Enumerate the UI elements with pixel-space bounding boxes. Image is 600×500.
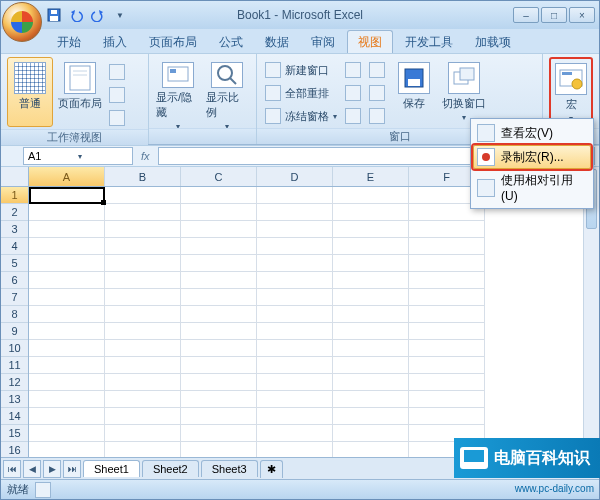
undo-icon[interactable] [67,6,85,24]
switch-windows-button[interactable]: 切换窗口 ▾ [441,57,487,127]
row-header[interactable]: 14 [1,408,28,425]
row-header[interactable]: 5 [1,255,28,272]
row-header[interactable]: 4 [1,238,28,255]
zoom-button[interactable]: 显示比例 ▾ [205,57,251,127]
row-header[interactable]: 9 [1,323,28,340]
tab-data[interactable]: 数据 [255,31,299,53]
unhide-button[interactable] [343,105,363,127]
sheet-tab[interactable]: Sheet1 [83,460,140,477]
save-icon[interactable] [45,6,63,24]
save-workspace-label: 保存 [403,96,425,111]
macros-button[interactable]: 宏 ▾ [549,57,593,127]
split-button[interactable] [343,59,363,81]
switch-windows-label: 切换窗口 [442,96,486,111]
new-sheet-button[interactable]: ✱ [260,460,283,478]
fullscreen-icon [109,110,125,126]
pagelayout-view-label: 页面布局 [58,96,102,111]
name-box[interactable]: A1 ▾ [23,147,133,165]
maximize-button[interactable]: □ [541,7,567,23]
sheet-tab[interactable]: Sheet2 [142,460,199,477]
office-button[interactable] [2,2,42,42]
redo-icon[interactable] [89,6,107,24]
tab-developer[interactable]: 开发工具 [395,31,463,53]
tab-view[interactable]: 视图 [347,30,393,53]
row-header[interactable]: 3 [1,221,28,238]
cell-grid[interactable] [29,187,599,457]
tab-insert[interactable]: 插入 [93,31,137,53]
fx-icon[interactable]: fx [141,150,150,162]
normal-view-label: 普通 [19,96,41,111]
new-window-button[interactable]: 新建窗口 [263,59,339,81]
svg-point-8 [218,66,232,80]
view-macros-label: 查看宏(V) [501,125,587,142]
switchwin-icon [448,62,480,94]
col-header[interactable]: E [333,167,409,186]
use-relative-refs-label: 使用相对引用(U) [501,172,587,203]
tab-pagelayout[interactable]: 页面布局 [139,31,207,53]
row-header[interactable]: 11 [1,357,28,374]
row-headers: 1 2 3 4 5 6 7 8 9 10 11 12 13 14 15 16 [1,167,29,457]
group-zoom [149,128,256,144]
arrange-all-label: 全部重排 [285,86,329,101]
tab-addins[interactable]: 加载项 [465,31,521,53]
row-header[interactable]: 2 [1,204,28,221]
sheet-tab[interactable]: Sheet3 [201,460,258,477]
pagebreak-icon [109,64,125,80]
vertical-scrollbar[interactable] [583,167,599,457]
save-workspace-button[interactable]: 保存 [391,57,437,127]
watermark-icon [460,447,488,469]
showhide-icon [162,62,194,88]
minimize-button[interactable]: – [513,7,539,23]
view-side-button[interactable] [367,59,387,81]
row-header[interactable]: 16 [1,442,28,457]
svg-rect-13 [460,68,474,80]
showhide-button[interactable]: 显示/隐藏 ▾ [155,57,201,127]
row-header[interactable]: 10 [1,340,28,357]
view-macros-item[interactable]: 查看宏(V) [473,121,591,145]
nav-last-icon[interactable]: ⏭ [63,460,81,478]
macro-record-status-icon[interactable] [35,482,51,498]
use-relative-refs-item[interactable]: 使用相对引用(U) [473,169,591,206]
macros-icon [555,63,587,95]
record-macro-item[interactable]: 录制宏(R)... [473,145,591,169]
fullscreen-button[interactable] [107,107,127,129]
col-header[interactable]: C [181,167,257,186]
hide-button[interactable] [343,82,363,104]
sync-scroll-button[interactable] [367,82,387,104]
tab-home[interactable]: 开始 [47,31,91,53]
col-header[interactable]: A [29,167,105,186]
watermark-text: 电脑百科知识 [494,448,590,469]
arrange-icon [265,85,281,101]
row-header[interactable]: 7 [1,289,28,306]
nav-first-icon[interactable]: ⏮ [3,460,21,478]
row-header[interactable]: 6 [1,272,28,289]
svg-point-16 [572,79,582,89]
row-header[interactable]: 1 [1,187,28,204]
reset-pos-button[interactable] [367,105,387,127]
grid-icon [14,62,46,94]
status-text: 就绪 [7,482,29,497]
custom-views-button[interactable] [107,84,127,106]
row-header[interactable]: 12 [1,374,28,391]
pagebreak-preview-button[interactable] [107,61,127,83]
arrange-all-button[interactable]: 全部重排 [263,82,339,104]
normal-view-button[interactable]: 普通 [7,57,53,127]
ribbon-tabs: 开始 插入 页面布局 公式 数据 审阅 视图 开发工具 加载项 [1,29,599,53]
qat-dropdown-icon[interactable]: ▼ [111,6,129,24]
freeze-panes-button[interactable]: 冻结窗格▾ [263,105,339,127]
pagelayout-view-button[interactable]: 页面布局 [57,57,103,127]
col-header[interactable]: D [257,167,333,186]
tab-review[interactable]: 审阅 [301,31,345,53]
row-header[interactable]: 15 [1,425,28,442]
nav-next-icon[interactable]: ▶ [43,460,61,478]
row-header[interactable]: 8 [1,306,28,323]
close-button[interactable]: × [569,7,595,23]
chevron-down-icon: ▾ [78,152,128,161]
col-header[interactable]: B [105,167,181,186]
tab-formulas[interactable]: 公式 [209,31,253,53]
showhide-label: 显示/隐藏 [156,90,200,120]
nav-prev-icon[interactable]: ◀ [23,460,41,478]
row-header[interactable]: 13 [1,391,28,408]
select-all-corner[interactable] [1,167,28,187]
window-title: Book1 - Microsoft Excel [237,8,363,22]
